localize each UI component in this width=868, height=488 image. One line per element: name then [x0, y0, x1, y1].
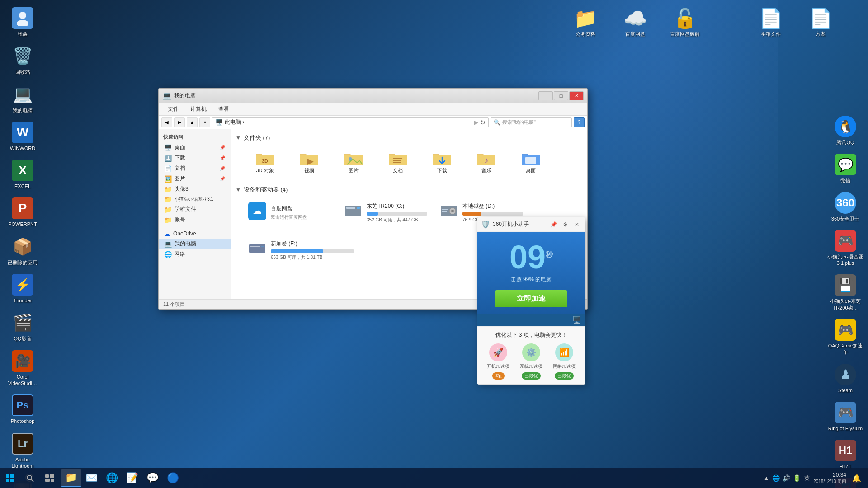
sidebar-item-xueti[interactable]: 📁 学稚文件: [159, 204, 231, 215]
desktop-icon-powerpnt[interactable]: P POWERPNT: [2, 195, 43, 230]
desktop-icon-xiaomitou-1[interactable]: 🎮 小猫头er-语基亚3.1 plus: [825, 227, 866, 269]
sidebar-item-network[interactable]: 🌐 网络: [159, 249, 231, 259]
search-taskbar-icon: [25, 474, 34, 483]
boost-button[interactable]: 立即加速: [495, 290, 567, 307]
drive-item-baidu[interactable]: ☁ 百度网盘 双击运行百度网盘: [245, 198, 335, 227]
desktop-icon-xueti-wenjian[interactable]: 📄 学稚文件: [750, 5, 791, 40]
desktop-icon-tencent-qq[interactable]: 🐧 腾讯QQ: [825, 113, 866, 148]
svg-rect-21: [442, 211, 447, 212]
notification-button[interactable]: 🔔: [850, 468, 863, 488]
sidebar-icon-folder: 📁: [164, 186, 172, 193]
taskbar-battery-icon[interactable]: 🔋: [793, 474, 801, 482]
minimize-button[interactable]: ─: [538, 91, 553, 100]
nav-back-button[interactable]: ◀: [161, 117, 172, 127]
folder-icon-video: [299, 149, 319, 167]
desktop-icon-label: 微信: [840, 177, 850, 183]
nav-recent-button[interactable]: ▾: [199, 117, 210, 127]
sidebar-item-zhanghao[interactable]: 📁 账号: [159, 215, 231, 225]
folder-item-doc[interactable]: 文档: [377, 146, 418, 177]
desktop-icon-winword[interactable]: W WINWORD: [2, 119, 43, 154]
task-view-button[interactable]: [40, 468, 60, 488]
tab-view[interactable]: 查看: [213, 103, 235, 115]
sidebar-item-images[interactable]: 🖼️ 图片 📌: [159, 174, 231, 184]
tab-file[interactable]: 文件: [162, 103, 184, 115]
desktop-icon-zhang-zhen[interactable]: 张鑫: [2, 5, 43, 40]
tab-computer[interactable]: 计算机: [185, 103, 212, 115]
search-taskbar-button[interactable]: [20, 468, 40, 488]
desktop-icon-steam[interactable]: ♟ Steam: [825, 361, 866, 396]
sidebar-item-downloads[interactable]: ⬇️ 下载 📌: [159, 153, 231, 163]
optimize-item-network[interactable]: 📶 网络加速项 已最优: [553, 343, 576, 380]
taskbar-item-explorer2[interactable]: 🌐: [102, 469, 122, 487]
sidebar-icon-desktop: 🖥️: [164, 144, 172, 151]
folder-icon-download: [432, 149, 452, 167]
sidebar-item-xiaomitou[interactable]: 📁 小猫头er-语基亚3.1: [159, 194, 231, 204]
desktop-icon-360[interactable]: 360 360安全卫士: [825, 189, 866, 225]
taskbar-item-email[interactable]: ✉️: [82, 469, 101, 487]
folder-item-3d[interactable]: 3D 3D 对象: [245, 146, 285, 177]
help-button[interactable]: ?: [574, 117, 585, 127]
desktop-icons-right: 🐧 腾讯QQ 💬 微信 360 360安全卫士 🎮 小猫头er-语基亚3.1 p…: [823, 0, 868, 390]
sidebar-item-mypc[interactable]: 💻 我的电脑: [159, 239, 231, 249]
desktop-icon-label: 百度网盘破解: [670, 31, 700, 37]
taskbar-volume-icon[interactable]: 🔊: [783, 474, 790, 482]
drive-item-c[interactable]: 东芝TR200 (C:) 352 GB 可用，共 447 GB: [340, 198, 431, 227]
sidebar-item-touxiang3[interactable]: 📁 头像3: [159, 184, 231, 194]
desktop-icon-baiduyun[interactable]: ☁️ 百度网盘: [615, 5, 656, 40]
sidebar-item-docs[interactable]: 📄 文档 📌: [159, 163, 231, 174]
folders-section-header[interactable]: ▼ 文件夹 (7): [236, 134, 583, 142]
folder-item-download[interactable]: 下载: [422, 146, 462, 177]
desktop-icon-recycle[interactable]: 🗑️ 回收站: [2, 42, 43, 78]
desktop-icon-baiduyun-pojie[interactable]: 🔓 百度网盘破解: [665, 5, 705, 40]
desktop-icon-wechat[interactable]: 💬 微信: [825, 151, 866, 186]
pin-icon: 📌: [220, 176, 225, 181]
folder-icon-music: ♪: [476, 149, 496, 167]
desktop-icon-h1z1[interactable]: H1 H1Z1: [825, 437, 866, 472]
drive-item-e[interactable]: 新加卷 (E:) 663 GB 可用，共 1.81 TB: [245, 236, 358, 264]
desktop-icon-corel-video[interactable]: 🎥 Corel VideoStudi…: [2, 347, 43, 389]
desktop-icon-my-computer[interactable]: 💻 我的电脑: [2, 81, 43, 116]
close-button[interactable]: ✕: [569, 91, 584, 100]
desktop-icon-deleted-app[interactable]: 📦 已删除的应用: [2, 233, 43, 268]
folder-item-image[interactable]: 图片: [333, 146, 374, 177]
taskbar-lang[interactable]: 英: [804, 474, 810, 482]
folder-item-video[interactable]: 视频: [289, 146, 330, 177]
folder-label: 音乐: [481, 167, 491, 174]
widget-settings-button[interactable]: ⚙: [561, 220, 570, 229]
taskbar-item-explorer[interactable]: 📁: [61, 469, 81, 487]
sidebar-item-onedrive[interactable]: ☁ OneDrive: [159, 229, 231, 239]
desktop-icon-ring-elysium[interactable]: 🎮 Ring of Elysium: [825, 399, 866, 434]
folder-item-desktop[interactable]: 桌面: [510, 146, 551, 177]
nav-up-button[interactable]: ▲: [187, 117, 198, 127]
taskbar-network-icon[interactable]: 🌐: [772, 474, 780, 482]
windows-logo-icon: [5, 474, 14, 483]
sidebar-item-desktop[interactable]: 🖥️ 桌面 📌: [159, 142, 231, 153]
folder-item-music[interactable]: ♪ 音乐: [466, 146, 507, 177]
start-button[interactable]: [0, 468, 20, 488]
desktop-icon-gongwu[interactable]: 📁 公务资料: [565, 5, 606, 40]
taskbar-item-wechat[interactable]: 💬: [143, 469, 162, 487]
nav-forward-button[interactable]: ▶: [174, 117, 185, 127]
svg-rect-33: [50, 474, 54, 478]
optimize-item-system[interactable]: ⚙️ 系统加速项 已最优: [520, 343, 542, 380]
clock-date: 2018/12/13 周四: [813, 479, 846, 485]
taskbar-item-word[interactable]: 📝: [123, 469, 142, 487]
desktop-icon-qaqgame[interactable]: 🎮 QAQGame加速午: [825, 316, 866, 358]
address-path[interactable]: 🖥️ 此电脑 › ▶ ↻: [212, 117, 489, 127]
desktop-icon-thunder[interactable]: ⚡ Thunder: [2, 271, 43, 306]
desktop-icon-photoshop[interactable]: Ps Photoshop: [2, 392, 43, 427]
desktop-icon-qq-movie[interactable]: 🎬 QQ影音: [2, 309, 43, 344]
optimize-item-boot[interactable]: 🚀 开机加速项 3项: [487, 343, 509, 380]
desktop-icon-xiaomitou-2[interactable]: 💾 小猫头er-东芝TR200磁…: [825, 272, 866, 314]
search-box[interactable]: 🔍 搜索"我的电脑": [491, 117, 572, 127]
maximize-button[interactable]: □: [554, 91, 568, 100]
desktop-icon-excel[interactable]: X EXCEL: [2, 157, 43, 192]
desktop-icon-lightroom[interactable]: Lr Adobe Lightroom: [2, 430, 43, 472]
widget-pin-button[interactable]: 📌: [549, 220, 558, 229]
widget-close-button[interactable]: ✕: [572, 220, 581, 229]
taskbar-clock[interactable]: 20:34 2018/12/13 周四: [813, 471, 846, 485]
desktop-icon-label: 百度网盘: [625, 31, 645, 37]
taskbar-up-arrow-icon[interactable]: ▲: [763, 474, 769, 482]
taskbar-item-browser[interactable]: 🔵: [163, 469, 183, 487]
drives-section-header[interactable]: ▼ 设备和驱动器 (4): [236, 186, 583, 194]
